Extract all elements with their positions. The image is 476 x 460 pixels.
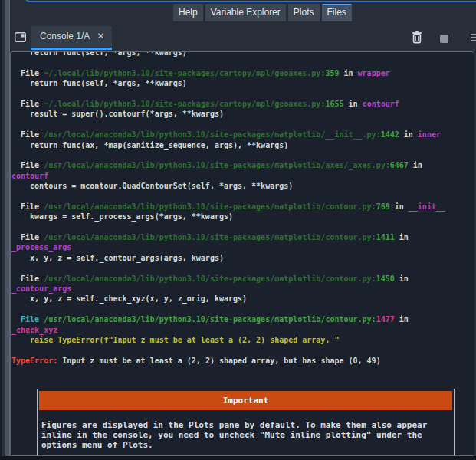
important-notice-body: Figures are displayed in the Plots pane …: [38, 412, 454, 456]
console-line: File /usr/local/anaconda3/lib/python3.10…: [11, 274, 474, 284]
spyder-window: Help Variable Explorer Plots Files Conso…: [0, 0, 476, 460]
hamburger-menu-icon[interactable]: [471, 34, 476, 43]
console-line: File /usr/local/anaconda3/lib/python3.10…: [11, 160, 474, 170]
console-pane: return func(self, *args, **kwargs) File …: [10, 51, 474, 456]
console-line: return func(self, *args, **kwargs): [11, 51, 474, 58]
console-line: x, y, z = self._contour_args(args, kwarg…: [11, 253, 474, 263]
console-line: [11, 191, 474, 201]
console-line: [11, 222, 474, 232]
console-tab[interactable]: Console 1/A ✕: [31, 26, 112, 50]
console-line: [11, 120, 474, 130]
console-tab-label: Console 1/A: [40, 31, 90, 41]
tab-variable-explorer[interactable]: Variable Explorer: [205, 4, 286, 21]
console-line: kwargs = self._process_args(*args, **kwa…: [11, 212, 474, 222]
window-left-edge: [0, 0, 10, 460]
console-line: _process_args: [11, 242, 474, 252]
tab-plots[interactable]: Plots: [288, 4, 320, 21]
console-line: result = super().contourf(*args, **kwarg…: [11, 109, 474, 119]
console-line: File /usr/local/anaconda3/lib/python3.10…: [11, 202, 474, 212]
console-line: _check_xyz: [11, 325, 474, 335]
tab-help[interactable]: Help: [173, 4, 203, 21]
pane-tab-bar: Help Variable Explorer Plots Files: [173, 4, 352, 21]
window-bottom-edge: [0, 456, 476, 460]
console-line: File /usr/local/anaconda3/lib/python3.10…: [11, 232, 474, 242]
console-line: [11, 89, 474, 99]
console-line: File /usr/local/anaconda3/lib/python3.10…: [11, 314, 474, 324]
console-line: _contour_args: [11, 284, 474, 294]
console-output: return func(self, *args, **kwargs) File …: [11, 51, 474, 366]
editor-pane-focus-border: [25, 0, 476, 2]
trash-icon[interactable]: [412, 31, 422, 44]
stop-icon[interactable]: [440, 34, 448, 43]
console-line: contours = mcontour.QuadContourSet(self,…: [11, 181, 474, 191]
console-line: TypeError: Input z must be at least a (2…: [11, 356, 474, 366]
console-line: [11, 150, 474, 160]
console-line: raise TypeError(f"Input z must be at lea…: [11, 335, 474, 345]
important-notice: Important Figures are displayed in the P…: [37, 389, 455, 456]
console-line: File ~/.local/lib/python3.10/site-packag…: [11, 68, 474, 78]
console-line: x, y, z = self._check_xyz(x, y, z_orig, …: [11, 294, 474, 304]
console-line: contourf: [11, 171, 474, 181]
console-line: File /usr/local/anaconda3/lib/python3.10…: [11, 130, 474, 140]
important-notice-title: Important: [39, 391, 452, 410]
tab-files[interactable]: Files: [322, 4, 352, 21]
console-line: [11, 58, 474, 67]
console-line: File ~/.local/lib/python3.10/site-packag…: [11, 99, 474, 109]
console-line: return func(ax, *map(sanitize_sequence, …: [11, 140, 474, 150]
console-line: [11, 345, 474, 355]
browse-tabs-icon[interactable]: [15, 31, 26, 41]
console-line: return func(self, *args, **kwargs): [11, 78, 474, 88]
close-icon[interactable]: ✕: [97, 31, 104, 41]
console-line: [11, 263, 474, 273]
console-line: [11, 304, 474, 314]
